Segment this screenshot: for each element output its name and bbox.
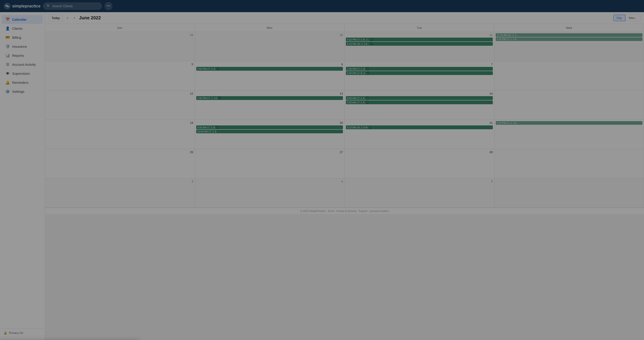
modal-overlay[interactable]: [0, 0, 644, 340]
